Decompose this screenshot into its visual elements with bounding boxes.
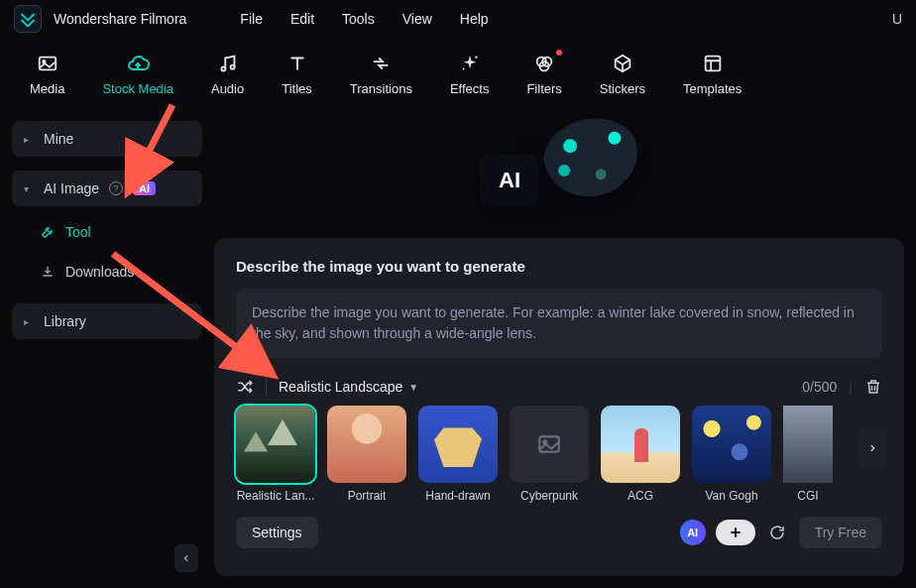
sidebar-item-library[interactable]: ▸ Library — [12, 303, 202, 339]
tab-titles-label: Titles — [282, 81, 312, 96]
app-logo-icon — [14, 5, 42, 33]
menu-file[interactable]: File — [232, 7, 271, 31]
tab-filters[interactable]: Filters — [526, 52, 561, 96]
tab-filters-label: Filters — [526, 81, 561, 96]
wrench-icon — [40, 224, 56, 240]
sparkle-icon — [458, 52, 482, 75]
style-hand-drawn[interactable]: Hand-drawn — [418, 406, 498, 503]
toolbar: Media Stock Media Audio Titles Transitio… — [0, 38, 916, 109]
thumbnail-image — [601, 406, 680, 483]
tab-stickers[interactable]: Stickers — [600, 52, 645, 96]
style-selected-label: Realistic Landscape — [279, 379, 402, 395]
download-icon — [40, 264, 56, 280]
settings-button[interactable]: Settings — [236, 517, 318, 548]
sidebar-collapse-button[interactable] — [174, 544, 198, 572]
tab-templates-label: Templates — [683, 81, 742, 96]
thumbnail-image — [236, 406, 315, 483]
style-dropdown[interactable]: Realistic Landscape ▼ — [279, 379, 418, 395]
svg-point-4 — [475, 56, 477, 58]
sidebar-item-label: Library — [44, 313, 86, 329]
sidebar-item-label: Tool — [65, 224, 91, 240]
menu-tools[interactable]: Tools — [334, 7, 383, 31]
sidebar-item-label: Downloads — [65, 264, 134, 280]
thumbnail-image — [510, 406, 589, 483]
svg-point-3 — [230, 64, 234, 68]
ai-image-panel: Describe the image you want to generate … — [214, 238, 904, 576]
try-free-button[interactable]: Try Free — [799, 517, 882, 548]
tab-effects[interactable]: Effects — [450, 52, 490, 96]
thumbnail-label: Hand-drawn — [425, 489, 490, 503]
thumbnail-image — [327, 406, 406, 483]
shuffle-icon[interactable] — [236, 378, 254, 396]
sidebar-item-label: Mine — [44, 131, 73, 147]
refresh-button[interactable] — [765, 521, 789, 544]
sidebar-item-label: AI Image — [44, 180, 99, 196]
style-cgi[interactable]: CGI — [783, 406, 833, 503]
tab-stock-media[interactable]: Stock Media — [102, 52, 173, 96]
thumbnail-label: Van Gogh — [705, 489, 757, 503]
tab-effects-label: Effects — [450, 81, 490, 96]
thumbnail-label: CGI — [797, 489, 818, 503]
stickers-icon — [611, 52, 634, 75]
menu-edit[interactable]: Edit — [283, 7, 322, 31]
transitions-icon — [369, 52, 393, 75]
thumbnail-image — [692, 406, 771, 483]
chevron-right-icon: ▸ — [24, 134, 34, 145]
thumbnails-next-button[interactable] — [859, 429, 886, 467]
panel-title: Describe the image you want to generate — [236, 258, 882, 275]
sidebar-item-tool[interactable]: Tool — [12, 214, 202, 250]
chevron-down-icon: ▾ — [24, 183, 34, 194]
prompt-input[interactable]: Describe the image you want to generate.… — [236, 289, 882, 358]
palette-icon — [537, 110, 645, 205]
cloud-icon — [126, 52, 150, 75]
thumbnail-label: Cyberpunk — [520, 489, 578, 503]
tab-audio-label: Audio — [211, 81, 244, 96]
ai-badge: AI — [133, 181, 156, 195]
templates-icon — [701, 52, 725, 75]
tab-stock-media-label: Stock Media — [102, 81, 173, 96]
style-cyberpunk[interactable]: Cyberpunk — [510, 406, 589, 503]
tab-media-label: Media — [30, 81, 64, 96]
svg-point-2 — [221, 66, 225, 70]
filters-icon — [532, 52, 556, 75]
tab-transitions[interactable]: Transitions — [350, 52, 412, 96]
menu-view[interactable]: View — [395, 7, 440, 31]
plus-button[interactable] — [716, 520, 755, 545]
menu-help[interactable]: Help — [452, 7, 497, 31]
caret-down-icon: ▼ — [408, 382, 418, 393]
help-icon[interactable]: ? — [109, 181, 123, 195]
thumbnail-image — [418, 406, 498, 483]
svg-point-5 — [462, 67, 464, 69]
sidebar-item-ai-image[interactable]: ▾ AI Image ? AI — [12, 171, 202, 206]
style-acg[interactable]: ACG — [601, 406, 680, 503]
tab-stickers-label: Stickers — [600, 81, 645, 96]
tab-media[interactable]: Media — [30, 52, 64, 96]
text-icon — [286, 52, 309, 75]
style-realistic-landscape[interactable]: Realistic Lan... — [236, 406, 315, 503]
chevron-right-icon: ▸ — [24, 316, 34, 327]
music-icon — [216, 52, 240, 75]
ai-chip-icon[interactable]: AI — [680, 520, 706, 545]
style-thumbnails: Realistic Lan... Portrait Hand-drawn Cyb… — [236, 406, 882, 503]
tab-transitions-label: Transitions — [350, 81, 412, 96]
thumbnail-label: ACG — [628, 489, 653, 503]
char-counter: 0/500 — [802, 379, 837, 395]
ai-card-icon: AI — [480, 155, 539, 206]
media-icon — [36, 52, 59, 75]
thumbnail-label: Portrait — [348, 489, 387, 503]
style-portrait[interactable]: Portrait — [327, 406, 406, 503]
menu-right[interactable]: U — [892, 11, 902, 27]
app-name: Wondershare Filmora — [54, 11, 186, 27]
sidebar: ▸ Mine ▾ AI Image ? AI Tool Downloads ▸ … — [0, 109, 214, 588]
menu-bar: Wondershare Filmora File Edit Tools View… — [0, 0, 916, 38]
badge-dot-icon — [556, 50, 562, 56]
divider — [266, 378, 267, 396]
sidebar-item-mine[interactable]: ▸ Mine — [12, 121, 202, 157]
tab-templates[interactable]: Templates — [683, 52, 742, 96]
sidebar-item-downloads[interactable]: Downloads — [12, 254, 202, 290]
tab-titles[interactable]: Titles — [282, 52, 312, 96]
trash-icon[interactable] — [864, 378, 882, 396]
style-van-gogh[interactable]: Van Gogh — [692, 406, 771, 503]
thumbnail-label: Realistic Lan... — [237, 489, 315, 503]
tab-audio[interactable]: Audio — [211, 52, 244, 96]
